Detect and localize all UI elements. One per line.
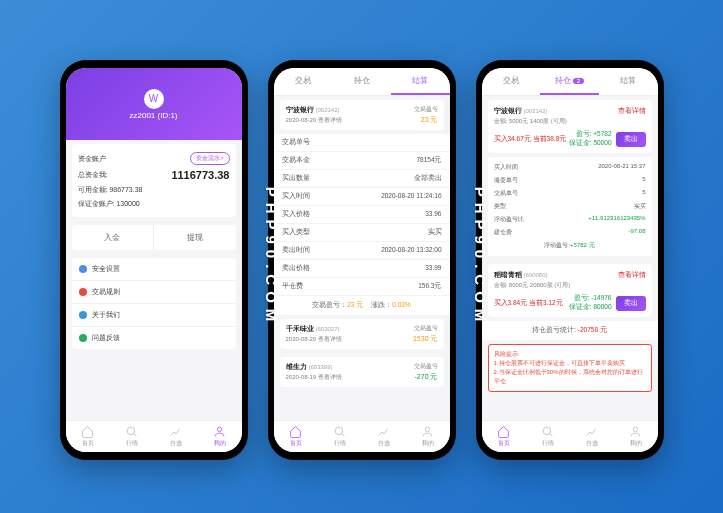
tab-settle[interactable]: 结算: [391, 68, 450, 95]
menu-feedback[interactable]: 问题反馈: [72, 327, 236, 349]
watermark: PHP90.COM: [472, 186, 489, 327]
settle-summary: 交易盈亏：23 元 涨跌：0.03%: [274, 296, 450, 315]
withdraw-button[interactable]: 提现: [154, 225, 236, 250]
nav-quote[interactable]: 行情: [110, 421, 154, 452]
avatar-icon: W: [144, 89, 164, 109]
bottom-nav: 首页 行情 自选 我的: [274, 420, 450, 452]
total-pl: 持仓盈亏统计: -20758 元: [482, 321, 658, 340]
tab-trade[interactable]: 交易: [274, 68, 333, 95]
phone-settle: 交易 持仓 结算 宁波银行(002142) 交易盈亏 2020-08-20 查看…: [268, 60, 456, 460]
menu-security[interactable]: 安全设置: [72, 258, 236, 281]
nav-home[interactable]: 首页: [66, 421, 110, 452]
settle-item[interactable]: 维生力(603399) 交易盈亏 2020-08-19 查看详情-270 元: [280, 357, 444, 387]
settings-menu: 安全设置 交易规则 关于我们 问题反馈: [72, 258, 236, 349]
feedback-icon: [79, 334, 87, 342]
settle-item[interactable]: 宁波银行(002142) 交易盈亏 2020-08-20 查看详情23 元: [280, 100, 444, 130]
tab-trade[interactable]: 交易: [482, 68, 541, 95]
svg-point-4: [543, 427, 551, 435]
detail-link[interactable]: 查看详情: [618, 271, 646, 280]
account-header: W zz2001 (ID:1): [66, 68, 242, 140]
nav-chart[interactable]: 自选: [362, 421, 406, 452]
sell-button[interactable]: 卖出: [616, 296, 646, 311]
tab-hold[interactable]: 持仓2: [540, 68, 599, 95]
position-stats: 买入时间2020-08-21 15:37 撮委单号5 交易单号5 类型实买 浮动…: [488, 157, 652, 256]
rules-icon: [79, 288, 87, 296]
position-card: 稻暗青稻(600080) 查看详情 金额: 8000元 20800股 (可用) …: [488, 264, 652, 317]
bottom-nav: 首页 行情 自选 我的: [66, 420, 242, 452]
phone-account: W zz2001 (ID:1) 资金账户 资金流水> 总资金我: 1116773…: [60, 60, 248, 460]
watermark: PHP90.COM: [263, 186, 280, 327]
svg-point-1: [217, 427, 221, 431]
svg-point-5: [633, 427, 637, 431]
nav-mine[interactable]: 我的: [406, 421, 450, 452]
menu-about[interactable]: 关于我们: [72, 304, 236, 327]
info-icon: [79, 311, 87, 319]
phone-positions: 交易 持仓2 结算 宁波银行(002142) 查看详情 金额: 5000元 14…: [476, 60, 664, 460]
nav-home[interactable]: 首页: [482, 421, 526, 452]
nav-mine[interactable]: 我的: [614, 421, 658, 452]
nav-chart[interactable]: 自选: [154, 421, 198, 452]
settle-detail: 交易单号 交易本金78154元 买出数量金部卖出 买入时间2020-08-20 …: [274, 134, 450, 296]
svg-point-3: [425, 427, 429, 431]
nav-home[interactable]: 首页: [274, 421, 318, 452]
sell-button[interactable]: 卖出: [616, 132, 646, 147]
risk-warning: 风险提示: 1.持仓股票不可进行保证金，可直接下单平卖购买 2.当保证金比例低于…: [488, 344, 652, 392]
nav-quote[interactable]: 行情: [318, 421, 362, 452]
fund-flow-button[interactable]: 资金流水>: [190, 152, 230, 165]
tab-hold[interactable]: 持仓: [332, 68, 391, 95]
total-value: 1116773.38: [171, 169, 229, 181]
detail-link[interactable]: 查看详情: [618, 107, 646, 116]
position-card: 宁波银行(002142) 查看详情 金额: 5000元 1400股 (可用) 买…: [488, 100, 652, 153]
nav-mine[interactable]: 我的: [198, 421, 242, 452]
deposit-button[interactable]: 入金: [72, 225, 155, 250]
fund-card: 资金账户 资金流水> 总资金我: 1116773.38 可用金额: 986773…: [72, 144, 236, 217]
hold-count-badge: 2: [573, 78, 584, 84]
menu-rules[interactable]: 交易规则: [72, 281, 236, 304]
svg-point-2: [335, 427, 343, 435]
nav-chart[interactable]: 自选: [570, 421, 614, 452]
shield-icon: [79, 265, 87, 273]
tab-settle[interactable]: 结算: [599, 68, 658, 95]
svg-point-0: [127, 427, 135, 435]
fund-title: 资金账户: [78, 154, 106, 164]
settle-item[interactable]: 千禾味业(603027) 交易盈亏 2020-08-20 查看详情1530 元: [280, 319, 444, 349]
nav-quote[interactable]: 行情: [526, 421, 570, 452]
bottom-nav: 首页 行情 自选 我的: [482, 420, 658, 452]
